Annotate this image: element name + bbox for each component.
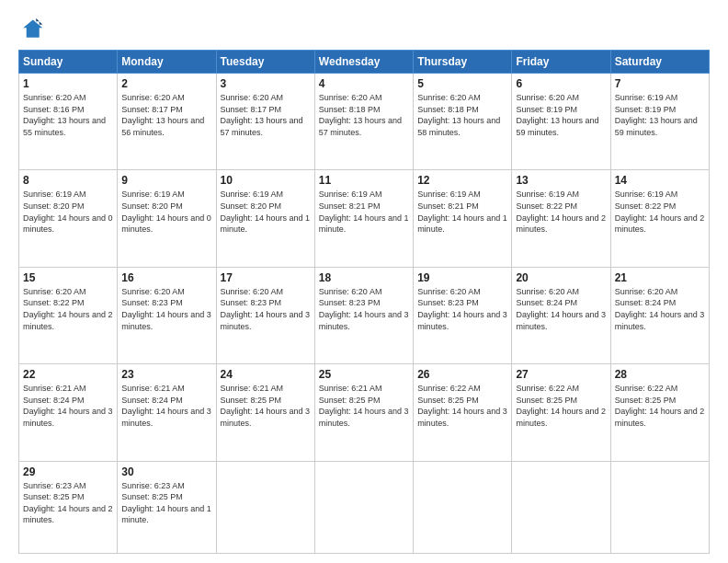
- sunset-label: Sunset: 8:22 PM: [516, 201, 577, 211]
- week-row-2: 8 Sunrise: 6:19 AM Sunset: 8:20 PM Dayli…: [19, 170, 710, 267]
- day-info: Sunrise: 6:19 AM Sunset: 8:20 PM Dayligh…: [221, 189, 311, 235]
- daylight-label: Daylight: 14 hours and 2 minutes.: [23, 504, 113, 525]
- calendar-cell: 21 Sunrise: 6:20 AM Sunset: 8:24 PM Dayl…: [610, 267, 709, 363]
- week-row-5: 29 Sunrise: 6:23 AM Sunset: 8:25 PM Dayl…: [19, 461, 710, 554]
- calendar-cell: [512, 461, 610, 554]
- day-number: 10: [221, 174, 311, 187]
- column-header-tuesday: Tuesday: [216, 51, 314, 74]
- column-header-thursday: Thursday: [414, 51, 512, 74]
- daylight-label: Daylight: 14 hours and 3 minutes.: [121, 407, 211, 428]
- day-info: Sunrise: 6:22 AM Sunset: 8:25 PM Dayligh…: [615, 383, 705, 429]
- sunrise-label: Sunrise: 6:22 AM: [615, 384, 678, 393]
- daylight-label: Daylight: 14 hours and 3 minutes.: [319, 407, 409, 428]
- sunrise-label: Sunrise: 6:20 AM: [417, 287, 481, 296]
- day-info: Sunrise: 6:20 AM Sunset: 8:17 PM Dayligh…: [121, 92, 211, 138]
- sunset-label: Sunset: 8:19 PM: [615, 105, 677, 114]
- day-number: 4: [319, 77, 409, 90]
- calendar-cell: 27 Sunrise: 6:22 AM Sunset: 8:25 PM Dayl…: [512, 364, 610, 461]
- day-info: Sunrise: 6:20 AM Sunset: 8:23 PM Dayligh…: [417, 286, 507, 332]
- calendar-cell: 11 Sunrise: 6:19 AM Sunset: 8:21 PM Dayl…: [314, 170, 413, 267]
- sunset-label: Sunset: 8:25 PM: [23, 492, 85, 501]
- day-info: Sunrise: 6:21 AM Sunset: 8:25 PM Dayligh…: [221, 383, 311, 429]
- calendar-cell: 26 Sunrise: 6:22 AM Sunset: 8:25 PM Dayl…: [414, 364, 512, 461]
- sunrise-label: Sunrise: 6:21 AM: [121, 384, 185, 393]
- sunrise-label: Sunrise: 6:20 AM: [417, 93, 481, 102]
- calendar-cell: 13 Sunrise: 6:19 AM Sunset: 8:22 PM Dayl…: [512, 170, 610, 267]
- sunset-label: Sunset: 8:17 PM: [121, 105, 183, 114]
- sunrise-label: Sunrise: 6:20 AM: [221, 93, 284, 102]
- sunrise-label: Sunrise: 6:22 AM: [417, 384, 481, 393]
- day-info: Sunrise: 6:20 AM Sunset: 8:23 PM Dayligh…: [221, 286, 311, 332]
- calendar: SundayMondayTuesdayWednesdayThursdayFrid…: [18, 50, 710, 554]
- sunset-label: Sunset: 8:16 PM: [23, 105, 85, 114]
- calendar-cell: 14 Sunrise: 6:19 AM Sunset: 8:22 PM Dayl…: [610, 170, 709, 267]
- day-number: 18: [319, 271, 409, 284]
- sunrise-label: Sunrise: 6:21 AM: [23, 384, 86, 393]
- calendar-cell: 16 Sunrise: 6:20 AM Sunset: 8:23 PM Dayl…: [118, 267, 216, 363]
- daylight-label: Daylight: 13 hours and 57 minutes.: [319, 116, 402, 137]
- sunset-label: Sunset: 8:20 PM: [23, 201, 85, 211]
- sunset-label: Sunset: 8:21 PM: [319, 201, 381, 211]
- calendar-cell: 22 Sunrise: 6:21 AM Sunset: 8:24 PM Dayl…: [19, 364, 118, 461]
- day-info: Sunrise: 6:20 AM Sunset: 8:16 PM Dayligh…: [23, 92, 113, 138]
- sunset-label: Sunset: 8:23 PM: [319, 298, 381, 307]
- daylight-label: Daylight: 13 hours and 57 minutes.: [221, 116, 303, 137]
- daylight-label: Daylight: 13 hours and 59 minutes.: [615, 116, 698, 137]
- calendar-cell: [610, 461, 709, 554]
- calendar-body: 1 Sunrise: 6:20 AM Sunset: 8:16 PM Dayli…: [19, 74, 710, 554]
- top-section: [18, 17, 710, 42]
- day-info: Sunrise: 6:21 AM Sunset: 8:24 PM Dayligh…: [121, 383, 211, 429]
- sunrise-label: Sunrise: 6:20 AM: [23, 287, 86, 296]
- calendar-cell: 2 Sunrise: 6:20 AM Sunset: 8:17 PM Dayli…: [118, 74, 216, 170]
- day-number: 13: [516, 174, 606, 187]
- day-info: Sunrise: 6:21 AM Sunset: 8:25 PM Dayligh…: [319, 383, 409, 429]
- calendar-cell: 20 Sunrise: 6:20 AM Sunset: 8:24 PM Dayl…: [512, 267, 610, 363]
- calendar-cell: 30 Sunrise: 6:23 AM Sunset: 8:25 PM Dayl…: [118, 461, 216, 554]
- day-number: 24: [221, 368, 311, 381]
- calendar-cell: 10 Sunrise: 6:19 AM Sunset: 8:20 PM Dayl…: [216, 170, 314, 267]
- daylight-label: Daylight: 14 hours and 0 minutes.: [121, 213, 211, 235]
- day-number: 19: [417, 271, 507, 284]
- sunset-label: Sunset: 8:23 PM: [417, 298, 479, 307]
- calendar-cell: [314, 461, 413, 554]
- logo-icon: [18, 17, 44, 42]
- sunrise-label: Sunrise: 6:19 AM: [221, 190, 284, 199]
- day-number: 5: [417, 77, 507, 90]
- day-info: Sunrise: 6:20 AM Sunset: 8:18 PM Dayligh…: [319, 92, 409, 138]
- day-number: 6: [516, 77, 606, 90]
- day-info: Sunrise: 6:19 AM Sunset: 8:20 PM Dayligh…: [23, 189, 113, 235]
- calendar-cell: 12 Sunrise: 6:19 AM Sunset: 8:21 PM Dayl…: [414, 170, 512, 267]
- day-number: 25: [319, 368, 409, 381]
- column-header-saturday: Saturday: [610, 51, 709, 74]
- sunset-label: Sunset: 8:19 PM: [516, 105, 577, 114]
- column-header-friday: Friday: [512, 51, 610, 74]
- day-number: 7: [615, 77, 705, 90]
- logo: [18, 17, 48, 42]
- calendar-cell: 24 Sunrise: 6:21 AM Sunset: 8:25 PM Dayl…: [216, 364, 314, 461]
- sunset-label: Sunset: 8:24 PM: [23, 396, 85, 405]
- day-info: Sunrise: 6:21 AM Sunset: 8:24 PM Dayligh…: [23, 383, 113, 429]
- day-number: 12: [417, 174, 507, 187]
- sunset-label: Sunset: 8:18 PM: [319, 105, 381, 114]
- day-number: 26: [417, 368, 507, 381]
- sunrise-label: Sunrise: 6:20 AM: [23, 93, 86, 102]
- day-number: 16: [121, 271, 211, 284]
- day-info: Sunrise: 6:20 AM Sunset: 8:18 PM Dayligh…: [417, 92, 507, 138]
- day-number: 21: [615, 271, 705, 284]
- day-number: 1: [23, 77, 113, 90]
- sunset-label: Sunset: 8:24 PM: [615, 298, 677, 307]
- day-number: 17: [221, 271, 311, 284]
- day-number: 22: [23, 368, 113, 381]
- daylight-label: Daylight: 14 hours and 1 minute.: [417, 213, 507, 235]
- week-row-3: 15 Sunrise: 6:20 AM Sunset: 8:22 PM Dayl…: [19, 267, 710, 363]
- calendar-cell: [414, 461, 512, 554]
- calendar-cell: 9 Sunrise: 6:19 AM Sunset: 8:20 PM Dayli…: [118, 170, 216, 267]
- sunset-label: Sunset: 8:23 PM: [221, 298, 282, 307]
- day-info: Sunrise: 6:20 AM Sunset: 8:23 PM Dayligh…: [319, 286, 409, 332]
- daylight-label: Daylight: 14 hours and 3 minutes.: [615, 310, 705, 331]
- sunset-label: Sunset: 8:22 PM: [23, 298, 85, 307]
- sunrise-label: Sunrise: 6:19 AM: [319, 190, 382, 199]
- week-row-1: 1 Sunrise: 6:20 AM Sunset: 8:16 PM Dayli…: [19, 74, 710, 170]
- sunrise-label: Sunrise: 6:20 AM: [121, 287, 185, 296]
- page: SundayMondayTuesdayWednesdayThursdayFrid…: [0, 0, 728, 563]
